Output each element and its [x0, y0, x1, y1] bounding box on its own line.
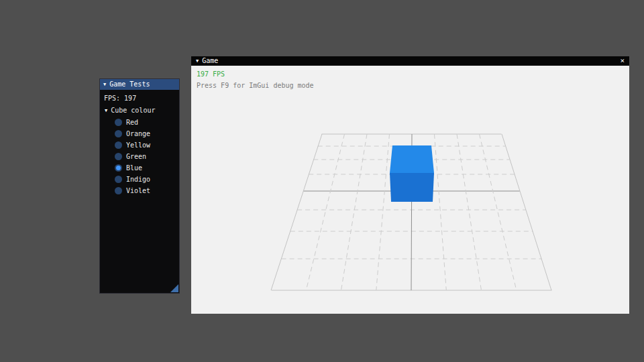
radio-option-blue[interactable]: Blue	[115, 164, 175, 172]
radio-circle	[115, 187, 122, 194]
close-icon[interactable]: ×	[620, 56, 625, 66]
cube-colour-tree-node[interactable]: ▼ Cube colour	[105, 107, 175, 114]
radio-option-indigo[interactable]: Indigo	[115, 176, 175, 183]
cube-colour-label: Cube colour	[111, 107, 155, 114]
viewport-fps-text: 197 FPS	[197, 70, 225, 78]
game-window: ▼ Game ×	[191, 56, 629, 314]
radio-option-green[interactable]: Green	[115, 153, 175, 160]
game-viewport: 197 FPS Press F9 for ImGui debug mode	[191, 66, 629, 314]
radio-label: Orange	[126, 130, 150, 137]
radio-circle	[115, 130, 122, 137]
radio-circle	[115, 141, 122, 149]
radio-option-orange[interactable]: Orange	[115, 130, 175, 137]
radio-label: Blue	[126, 164, 142, 172]
radio-label: Yellow	[126, 141, 150, 149]
collapse-arrow-icon[interactable]: ▼	[196, 56, 199, 66]
radio-label: Indigo	[126, 176, 150, 183]
collapse-arrow-icon[interactable]: ▼	[103, 79, 106, 90]
resize-grip[interactable]	[170, 284, 178, 292]
game-tests-title: Game Tests	[109, 79, 150, 90]
scene-canvas	[191, 66, 629, 314]
viewport-hint-text: Press F9 for ImGui debug mode	[197, 82, 314, 89]
fps-counter: FPS: 197	[104, 95, 175, 102]
radio-option-red[interactable]: Red	[115, 119, 175, 126]
game-tests-content: FPS: 197 ▼ Cube colour Red Orange Yellow…	[100, 90, 179, 194]
game-title: Game	[202, 56, 218, 66]
blue-cube	[390, 145, 434, 202]
desktop-background: ▼ Game Tests FPS: 197 ▼ Cube colour Red …	[0, 0, 644, 362]
radio-label: Green	[126, 153, 146, 160]
radio-label: Red	[126, 119, 138, 126]
cube-top-face	[390, 145, 434, 173]
cube-front-face	[390, 173, 434, 202]
game-title-group: ▼ Game	[196, 56, 218, 66]
tree-arrow-icon: ▼	[105, 107, 107, 113]
radio-circle	[115, 153, 122, 160]
game-tests-window: ▼ Game Tests FPS: 197 ▼ Cube colour Red …	[99, 78, 180, 294]
game-title-bar[interactable]: ▼ Game ×	[191, 56, 629, 66]
radio-option-yellow[interactable]: Yellow	[115, 141, 175, 149]
radio-circle-selected	[115, 164, 122, 172]
radio-circle	[115, 176, 122, 183]
game-tests-title-bar[interactable]: ▼ Game Tests	[100, 79, 179, 90]
radio-label: Violet	[126, 187, 150, 194]
radio-option-violet[interactable]: Violet	[115, 187, 175, 194]
radio-circle	[115, 119, 122, 126]
